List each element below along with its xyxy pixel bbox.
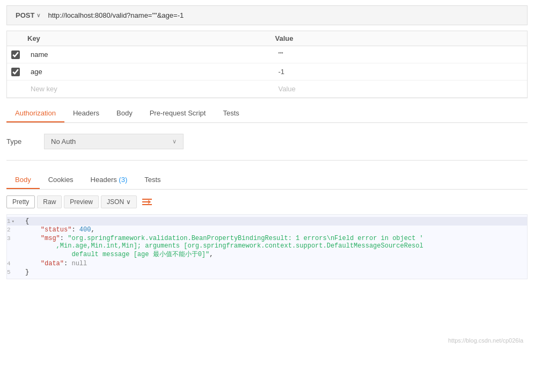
name-checkbox[interactable] [11, 50, 20, 59]
tab-body[interactable]: Body [108, 105, 141, 122]
format-chevron: ∨ [126, 198, 131, 206]
response-tabs: Body Cookies Headers (3) Tests [6, 171, 528, 189]
url-input[interactable] [48, 11, 521, 19]
section-divider [6, 160, 528, 161]
line-number-5: 5 [7, 268, 23, 275]
line-number-1: 1 ▾ [7, 217, 23, 224]
wrap-icon [142, 197, 152, 207]
headers-badge: (3) [119, 176, 127, 184]
format-bar: Pretty Raw Preview JSON ∨ [6, 195, 528, 209]
response-code-panel: 1 ▾ { 2 "status": 400, 3 "msg": "org.spr… [6, 214, 528, 279]
preview-button[interactable]: Preview [64, 195, 99, 208]
value-column-header: Value [275, 34, 523, 42]
format-select[interactable]: JSON ∨ [101, 195, 137, 208]
param-row-age: age -1 [7, 63, 527, 81]
tab-pre-request-script[interactable]: Pre-request Script [141, 105, 215, 122]
wrap-button[interactable] [139, 195, 155, 209]
auth-type-label: Type [6, 137, 28, 146]
key-column-header: Key [27, 34, 275, 42]
rtab-cookies[interactable]: Cookies [40, 171, 82, 189]
code-line-2: 2 "status": 400, [7, 226, 527, 234]
line-number-4: 4 [7, 260, 23, 267]
new-param-row: New key Value [7, 81, 527, 98]
url-bar: POST ∨ [6, 5, 528, 25]
tab-authorization[interactable]: Authorization [6, 105, 64, 122]
new-key-placeholder[interactable]: New key [27, 83, 275, 95]
new-value-placeholder[interactable]: Value [275, 83, 523, 95]
age-key: age [27, 66, 275, 78]
line-number-2: 2 [7, 226, 23, 233]
request-tabs: Authorization Headers Body Pre-request S… [6, 105, 528, 122]
auth-select-chevron: ∨ [172, 138, 177, 145]
age-checkbox-cell[interactable] [11, 68, 27, 76]
code-line-5: 5 } [7, 268, 527, 277]
method-chevron: ∨ [36, 12, 40, 18]
request-tabs-section: Authorization Headers Body Pre-request S… [6, 105, 528, 123]
line-number-3: 3 [7, 235, 23, 242]
code-content-2: "status": 400, [23, 226, 527, 234]
code-content-3: "msg": "org.springframework.validation.B… [23, 235, 527, 259]
code-line-1: 1 ▾ { [7, 217, 527, 226]
response-tabs-section: Body Cookies Headers (3) Tests [6, 171, 528, 190]
name-key: name [27, 48, 275, 61]
rtab-headers[interactable]: Headers (3) [82, 171, 136, 189]
method-label: POST [16, 11, 34, 19]
name-checkbox-cell[interactable] [11, 50, 27, 59]
code-content-1: { [23, 217, 527, 225]
age-checkbox[interactable] [11, 68, 20, 76]
params-table: Key Value name "" age -1 New key Value [6, 31, 528, 98]
code-content-5: } [23, 268, 527, 276]
auth-type-value: No Auth [51, 137, 76, 146]
pretty-button[interactable]: Pretty [6, 195, 35, 208]
line-toggle-1[interactable]: ▾ [12, 219, 14, 224]
tab-headers[interactable]: Headers [64, 105, 108, 122]
raw-button[interactable]: Raw [37, 195, 62, 208]
code-line-3: 3 "msg": "org.springframework.validation… [7, 234, 527, 259]
format-select-label: JSON [107, 198, 124, 206]
age-value: -1 [275, 66, 523, 78]
name-value: "" [275, 48, 523, 61]
code-line-4: 4 "data": null [7, 259, 527, 268]
method-selector[interactable]: POST ∨ [13, 10, 42, 20]
code-content-4: "data": null [23, 260, 527, 267]
rtab-body[interactable]: Body [6, 171, 40, 189]
auth-type-select[interactable]: No Auth ∨ [44, 134, 184, 149]
param-row-name: name "" [7, 46, 527, 63]
rtab-tests[interactable]: Tests [136, 171, 169, 189]
params-header: Key Value [7, 31, 527, 46]
auth-section: Type No Auth ∨ [6, 134, 528, 149]
tab-tests[interactable]: Tests [214, 105, 247, 122]
